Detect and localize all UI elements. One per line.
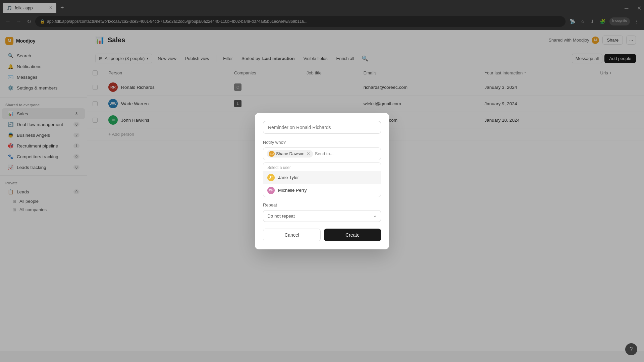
notify-label: Notify who? (263, 140, 381, 145)
user-option-jane[interactable]: JT Jane Tyler (263, 171, 381, 184)
create-button[interactable]: Create (324, 229, 381, 241)
michelle-avatar: MP (267, 187, 275, 194)
repeat-select-wrapper: Do not repeat Daily Weekly Monthly (263, 210, 381, 222)
reminder-modal: Notify who? SD Shane Dawson ✕ Select a u… (255, 113, 389, 249)
selected-user-name: Shane Dawson (276, 152, 305, 156)
modal-overlay: Notify who? SD Shane Dawson ✕ Select a u… (0, 0, 644, 351)
notify-field[interactable]: SD Shane Dawson ✕ (263, 147, 381, 160)
reminder-title-input[interactable] (263, 121, 381, 134)
michelle-name: Michelle Perry (278, 188, 307, 193)
repeat-label: Repeat (263, 202, 381, 207)
select-user-label: Select a user (263, 163, 381, 171)
repeat-section: Repeat Do not repeat Daily Weekly Monthl… (263, 202, 381, 222)
jane-name: Jane Tyler (278, 175, 299, 180)
repeat-select[interactable]: Do not repeat Daily Weekly Monthly (263, 210, 381, 222)
jane-avatar: JT (267, 174, 275, 181)
cancel-button[interactable]: Cancel (263, 229, 321, 241)
user-option-michelle[interactable]: MP Michelle Perry (263, 184, 381, 197)
remove-user-button[interactable]: ✕ (307, 151, 310, 156)
modal-actions: Cancel Create (263, 229, 381, 241)
send-to-input[interactable] (315, 151, 377, 156)
selected-user-avatar: SD (269, 151, 275, 157)
selected-user-chip: SD Shane Dawson ✕ (267, 150, 313, 158)
user-dropdown: Select a user JT Jane Tyler MP Michelle … (263, 162, 381, 197)
